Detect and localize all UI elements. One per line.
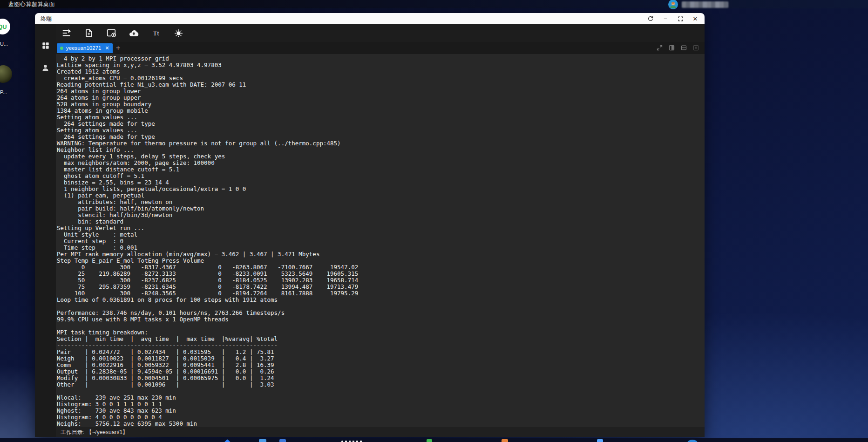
terminal-line: binsize = 2.55, bins = 23 14 4 (57, 179, 705, 186)
split-rows-icon (680, 44, 687, 51)
taskbar-window-icon[interactable] (259, 439, 266, 442)
terminal-line: WARNING: Temperature for thermo pressure… (57, 140, 705, 147)
terminal-line: 528 atoms in group boundary (57, 101, 705, 108)
split-columns-icon (668, 44, 675, 51)
connection-status-dot (60, 47, 63, 50)
new-tab-button[interactable]: + (113, 43, 124, 53)
terminal-line: (1) pair eam, perpetual (57, 192, 705, 199)
new-window-button[interactable] (105, 27, 117, 39)
window-body: Tt yeesuan10271 ✕ + (35, 24, 705, 437)
terminal-line: Per MPI rank memory allocation (min/avg/… (57, 251, 705, 258)
terminal-line: 264 atoms in group lower (57, 88, 705, 95)
window-title: 终端 (41, 15, 52, 23)
taskbar-window2-icon[interactable] (279, 439, 286, 442)
terminal-line: max neighbors/atom: 2000, page size: 100… (57, 160, 705, 166)
terminal-line: Setting atom values ... (57, 114, 705, 121)
terminal-line: Nlocal: 239 ave 251 max 230 min (57, 394, 705, 401)
terminal-line: Reading potential file Ni_u3.eam with DA… (57, 82, 705, 88)
workdir-label: 工作目录: (61, 428, 84, 436)
taskbar-green-app-icon[interactable] (427, 439, 432, 442)
window-controls: − ✕ (647, 15, 699, 22)
terminal-line: 75 295.87359 -8231.6345 0 -8178.7422 139… (57, 284, 705, 290)
taskbar-browser-icon[interactable] (687, 440, 698, 442)
terminal-line (57, 323, 705, 329)
terminal-line (57, 303, 705, 310)
close-pane-button[interactable] (692, 44, 700, 52)
terminal-line: 25 219.86289 -8272.3133 0 -8233.0091 532… (57, 271, 705, 277)
close-button[interactable]: ✕ (692, 15, 699, 22)
user-area[interactable] (668, 0, 728, 9)
font-settings-button[interactable]: Tt (150, 27, 162, 39)
desktop-shortcut-sphere[interactable]: P... (0, 65, 28, 95)
desktop-shortcut-qu[interactable]: QU U... (0, 19, 28, 47)
tab-close-button[interactable]: ✕ (104, 45, 109, 51)
expand-icon (656, 44, 663, 51)
terminal-line: 4 by 2 by 1 MPI processor grid (57, 55, 705, 62)
person-icon (41, 63, 50, 72)
fullscreen-button[interactable] (656, 44, 664, 52)
status-bar: 工作目录: 【~/yeesuan/1】 (56, 428, 705, 437)
taskbar-blue-app-icon[interactable] (597, 439, 603, 442)
new-file-button[interactable] (83, 27, 95, 39)
terminal-line: Nghost: 730 ave 843 max 623 min (57, 408, 705, 414)
terminal-line: Unit style : metal (57, 231, 705, 238)
terminal-line: Histogram: 3 0 0 1 1 1 0 0 1 1 (57, 401, 705, 408)
user-avatar[interactable] (668, 0, 678, 9)
sun-icon (174, 28, 183, 38)
apps-grid-button[interactable] (41, 41, 51, 51)
minimize-button[interactable]: − (662, 15, 669, 22)
tab-yeesuan10271[interactable]: yeesuan10271 ✕ (57, 43, 113, 53)
terminal-line: Loop time of 0.0361891 on 8 procs for 10… (57, 297, 705, 303)
refresh-button[interactable] (647, 15, 654, 22)
terminal-line: Other | | 0.001096 | | | 3.03 (57, 381, 705, 388)
terminal-line: Current step : 0 (57, 238, 705, 245)
grid-icon (41, 41, 50, 50)
taskbar (0, 438, 868, 442)
terminal-line: Setting up Verlet run ... (57, 225, 705, 231)
terminal-output[interactable]: 4 by 2 by 1 MPI processor gridLattice sp… (56, 54, 705, 428)
terminal-line: Created 1912 atoms (57, 68, 705, 75)
taskbar-launcher-icon[interactable] (224, 439, 232, 442)
terminal-line: 1384 atoms in group mobile (57, 108, 705, 114)
terminal-line: 264 settings made for type (57, 121, 705, 127)
desktop-topbar: 蓝图心算超算桌面 (0, 0, 868, 8)
terminal-line: Section | min time | avg time | max time… (57, 336, 705, 342)
terminal-line: 100 300 -8248.3565 0 -8194.7264 8161.788… (57, 290, 705, 297)
terminal-line: update every 1 steps, delay 5 steps, che… (57, 153, 705, 160)
terminal-line: Setting atom values ... (57, 127, 705, 134)
maximize-button[interactable] (677, 15, 684, 22)
terminal-line: stencil: half/bin/3d/newton (57, 212, 705, 218)
terminal-line: Comm | 0.0022916 | 0.0059322 | 0.0095441… (57, 362, 705, 368)
terminal-line: Neigh | 0.0010023 | 0.0011827 | 0.001503… (57, 355, 705, 362)
terminal-line: ghost atom cutoff = 5.1 (57, 173, 705, 179)
refresh-icon (647, 15, 654, 22)
terminal-line: Performance: 238.746 ns/day, 0.101 hours… (57, 310, 705, 316)
new-file-icon (84, 28, 94, 38)
split-vertical-button[interactable] (668, 44, 676, 52)
theme-button[interactable] (172, 27, 184, 39)
terminal-toolbar: Tt (56, 24, 705, 42)
window-titlebar[interactable]: 终端 − ✕ (35, 13, 705, 24)
terminal-line: attributes: half, newton on (57, 199, 705, 205)
user-rail-button[interactable] (41, 63, 51, 74)
desktop-title: 蓝图心算超算桌面 (0, 0, 55, 8)
terminal-line: MPI task timing breakdown: (57, 329, 705, 336)
upload-button[interactable] (128, 27, 140, 39)
terminal-line: 99.9% CPU use with 8 MPI tasks x 1 OpenM… (57, 316, 705, 323)
terminal-line: Modify | 0.00030833 | 0.0004501 | 0.0006… (57, 375, 705, 381)
workdir-path: 【~/yeesuan/1】 (86, 428, 128, 436)
terminal-line: ----------------------------------------… (57, 342, 705, 349)
tab-bar: yeesuan10271 ✕ + (56, 42, 705, 54)
cloud-upload-icon (129, 28, 139, 39)
terminal-line: Neighs: 5756.12 ave 6395 max 5300 min (57, 421, 705, 427)
split-horizontal-button[interactable] (680, 44, 688, 52)
terminal-line: bin: standard (57, 218, 705, 225)
terminal-line: Pair | 0.024772 | 0.027434 | 0.031595 | … (57, 349, 705, 355)
shortcut-label: U... (0, 41, 28, 47)
tab-tools (656, 44, 700, 52)
terminal-line: 1 neighbor lists, perpetual/occasional/e… (57, 186, 705, 192)
terminal-window: 终端 − ✕ (35, 13, 705, 437)
taskbar-orange-app-icon[interactable] (502, 439, 508, 442)
session-list-button[interactable] (61, 27, 73, 39)
terminal-line: 0 300 -8317.4367 0 -8263.8067 -7100.7667… (57, 264, 705, 271)
